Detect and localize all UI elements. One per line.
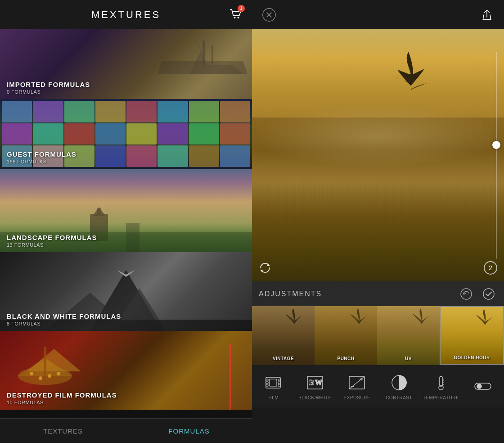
svg-text:B: B [309, 379, 314, 386]
adjustments-label: ADJUSTMENTS [259, 290, 322, 298]
refresh-icon [259, 262, 271, 274]
formula-title-destroyed: DESTROYED FILM FORMULAS [7, 391, 117, 399]
close-icon [262, 8, 276, 22]
formula-label-guest: GUEST FORMULAS 166 FORMULAS [0, 146, 83, 169]
tab-textures[interactable]: TEXTURES [0, 427, 126, 435]
tool-bw-label: BLACK/WHITE [298, 395, 331, 400]
filter-uv-img [408, 308, 435, 349]
bw-icon: B W [305, 373, 325, 393]
partial-tool-icon [473, 376, 493, 396]
confirm-icon [482, 287, 495, 301]
tool-exposure-label: EXPOSURE [344, 395, 371, 400]
app-title: MEXTURES [91, 9, 161, 21]
formula-count-guest: 166 FORMULAS [7, 159, 76, 164]
close-button[interactable] [261, 7, 277, 23]
tool-film-label: FILM [267, 395, 279, 400]
exposure-icon [347, 373, 367, 393]
svg-point-0 [234, 17, 236, 18]
svg-rect-49 [440, 376, 442, 386]
filter-punch-label: PUNCH [315, 356, 377, 361]
photo-container: 2 [252, 29, 504, 281]
svg-marker-6 [158, 61, 248, 74]
tool-partial[interactable] [462, 376, 504, 396]
refresh-button[interactable] [259, 262, 273, 276]
film-icon [263, 373, 283, 393]
svg-point-1 [238, 17, 239, 18]
contrast-icon [389, 373, 409, 393]
confirm-button[interactable] [480, 285, 497, 303]
tool-temperature[interactable]: TEMPERATURE [420, 373, 462, 400]
adjustments-bar: ADJUSTMENTS [252, 281, 504, 306]
undo-button[interactable] [458, 285, 475, 303]
bw-icon-svg: B W [305, 373, 325, 393]
svg-point-30 [461, 289, 472, 299]
list-item[interactable]: LANDSCAPE FORMULAS 13 FORMULAS [0, 169, 252, 252]
svg-rect-11 [126, 223, 140, 252]
exposure-icon-svg [347, 373, 367, 393]
svg-point-23 [48, 374, 51, 378]
filter-vintage-img [281, 308, 308, 349]
formula-label-landscape: LANDSCAPE FORMULAS 13 FORMULAS [0, 229, 104, 252]
filter-vintage[interactable]: VINTAGE [252, 306, 315, 365]
formula-count-bw: 8 FORMULAS [7, 321, 121, 326]
formula-count-landscape: 13 FORMULAS [7, 242, 97, 248]
svg-point-22 [39, 376, 42, 380]
partial-icon-svg [473, 376, 493, 396]
filter-golden-hour[interactable]: GOLDEN HOUR [440, 306, 504, 365]
imported-bg-image [117, 29, 252, 99]
filter-punch[interactable]: PUNCH [315, 306, 377, 365]
layer-count-badge: 2 [484, 261, 497, 275]
filter-golden-label: GOLDEN HOUR [441, 355, 503, 360]
tool-contrast[interactable]: CONTRAST [378, 373, 420, 400]
svg-rect-20 [44, 347, 46, 376]
formula-label-bw: BLACK AND WHITE FORMULAS 8 FORMULAS [0, 308, 128, 331]
cart-button[interactable]: 1 [229, 7, 243, 23]
tool-strip: FILM B W BLACK/WHITE [252, 365, 504, 407]
share-button[interactable] [479, 7, 495, 23]
formula-title-bw: BLACK AND WHITE FORMULAS [7, 312, 121, 320]
filter-uv[interactable]: UV [377, 306, 440, 365]
filter-uv-label: UV [377, 356, 440, 361]
cart-badge: 1 [238, 5, 245, 12]
undo-icon [459, 287, 473, 301]
svg-point-21 [30, 372, 33, 375]
temperature-icon-svg [431, 373, 451, 393]
filter-punch-img [346, 308, 373, 349]
list-item[interactable]: BLACK AND WHITE FORMULAS 8 FORMULAS [0, 252, 252, 331]
formula-list: IMPORTED FORMULAS 0 FORMULAS [0, 29, 252, 418]
svg-rect-39 [270, 379, 277, 386]
filter-strip: VINTAGE PUNCH UV GOLDEN HOUR [252, 306, 504, 365]
svg-marker-19 [27, 349, 81, 371]
left-header: MEXTURES 1 [0, 0, 252, 29]
left-panel: MEXTURES 1 IMPORTED FORMULAS [0, 0, 252, 443]
formula-count-imported: 0 FORMULAS [7, 89, 90, 95]
vertical-slider[interactable] [495, 52, 497, 259]
formula-title-landscape: LANDSCAPE FORMULAS [7, 234, 97, 241]
filter-vintage-label: VINTAGE [252, 356, 315, 361]
right-panel: 2 ADJUSTMENTS [252, 0, 504, 443]
list-item[interactable]: IMPORTED FORMULAS 0 FORMULAS [0, 29, 252, 99]
svg-rect-9 [97, 208, 101, 215]
tool-bw[interactable]: B W BLACK/WHITE [294, 373, 336, 400]
list-item[interactable]: DESTROYED FILM FORMULAS 10 FORMULAS [0, 331, 252, 410]
left-footer: TEXTURES FORMULAS [0, 418, 252, 443]
formula-label-imported: IMPORTED FORMULAS 0 FORMULAS [0, 76, 97, 99]
right-header [252, 0, 504, 29]
tool-exposure[interactable]: EXPOSURE [336, 373, 378, 400]
slider-thumb[interactable] [492, 141, 500, 149]
filter-golden-img [472, 309, 499, 350]
tab-formulas[interactable]: FORMULAS [126, 427, 252, 435]
tool-temperature-label: TEMPERATURE [423, 395, 459, 400]
svg-text:W: W [315, 379, 322, 386]
svg-point-56 [477, 384, 482, 389]
formula-label-destroyed: DESTROYED FILM FORMULAS 10 FORMULAS [0, 387, 124, 410]
temperature-icon [431, 373, 451, 393]
svg-point-24 [57, 372, 60, 375]
list-item[interactable]: GUEST FORMULAS 166 FORMULAS [0, 99, 252, 169]
slider-track [496, 52, 497, 259]
formula-title-imported: IMPORTED FORMULAS [7, 81, 90, 88]
formula-count-destroyed: 10 FORMULAS [7, 400, 117, 405]
film-icon-svg [263, 373, 283, 393]
tool-film[interactable]: FILM [252, 373, 294, 400]
contrast-icon-svg [389, 373, 409, 393]
